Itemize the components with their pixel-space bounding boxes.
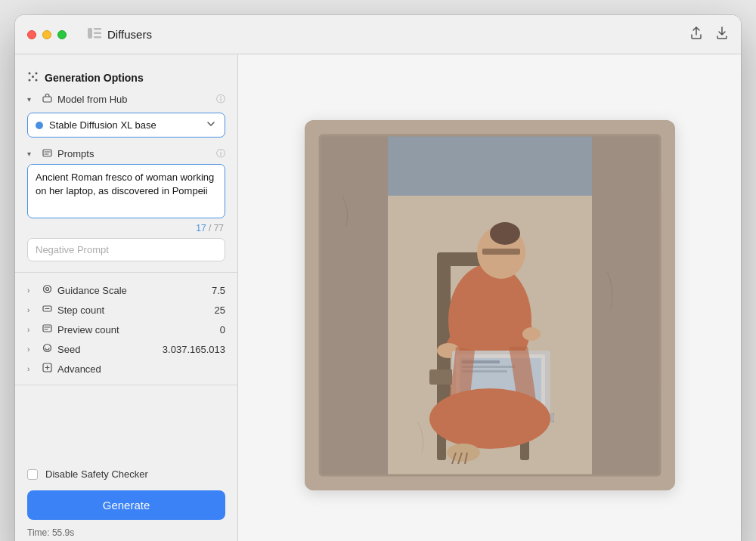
preview-count-value: 0: [220, 324, 225, 335]
prompts-info-icon[interactable]: ⓘ: [216, 147, 225, 160]
svg-point-8: [36, 79, 38, 82]
prompts-section-row[interactable]: ▾ Prompts ⓘ: [15, 144, 237, 164]
step-count-value: 25: [215, 305, 225, 316]
prompts-input-area: Ancient Roman fresco of woman working on…: [15, 164, 237, 261]
step-count-row[interactable]: › Step count 25: [15, 300, 237, 320]
model-chevron-icon: ▾: [27, 95, 36, 104]
generation-options-header: Generation Options: [15, 66, 237, 89]
preview-count-label: Preview count: [57, 324, 215, 335]
guidance-icon: [41, 284, 53, 296]
seed-icon: [41, 343, 53, 355]
time-label: Time: 55.9s: [15, 524, 237, 541]
char-max: / 77: [209, 223, 224, 233]
preview-icon: [41, 323, 53, 335]
generation-options-label: Generation Options: [45, 72, 144, 84]
seed-label: Seed: [57, 344, 158, 355]
main-content: [238, 54, 741, 541]
traffic-lights: [27, 30, 67, 39]
model-icon: [41, 94, 53, 106]
titlebar-actions: [689, 25, 729, 44]
sidebar-bottom: Disable Safety Checker Generate Time: 55…: [15, 462, 237, 541]
safety-checker-row: Disable Safety Checker: [15, 462, 237, 486]
svg-rect-3: [94, 36, 101, 39]
window-title: Diffusers: [107, 28, 152, 41]
prompt-textarea[interactable]: Ancient Roman fresco of woman working on…: [27, 164, 225, 218]
fresco-svg: [305, 120, 675, 490]
model-section-row[interactable]: ▾ Model from Hub ⓘ: [15, 89, 237, 110]
step-count-label: Step count: [57, 305, 210, 316]
preview-chevron-icon: ›: [27, 326, 36, 334]
seed-chevron-icon: ›: [27, 345, 36, 354]
svg-point-6: [36, 73, 38, 75]
guidance-scale-value: 7.5: [212, 285, 225, 296]
titlebar-center: Diffusers: [88, 28, 152, 42]
svg-rect-10: [43, 150, 51, 156]
svg-point-7: [29, 79, 31, 82]
prompts-icon: [41, 148, 53, 160]
step-chevron-icon: ›: [27, 306, 36, 314]
divider-2: [15, 385, 237, 385]
svg-rect-14: [43, 325, 51, 332]
model-info-icon[interactable]: ⓘ: [216, 93, 225, 106]
preview-count-row[interactable]: › Preview count 0: [15, 320, 237, 339]
svg-point-11: [43, 286, 51, 293]
model-selector[interactable]: Stable Diffusion XL base: [27, 113, 225, 138]
maximize-button[interactable]: [57, 30, 67, 39]
char-count: 17: [196, 223, 206, 233]
app-window: Diffusers: [15, 15, 741, 541]
seed-value: 3.037.165.013: [163, 344, 225, 355]
guidance-chevron-icon: ›: [27, 286, 36, 295]
negative-prompt-input[interactable]: [27, 238, 225, 261]
download-icon[interactable]: [715, 25, 729, 44]
svg-rect-9: [43, 97, 51, 102]
guidance-scale-row[interactable]: › Guidance Scale 7.5: [15, 280, 237, 300]
model-name-label: Stable Diffusion XL base: [49, 119, 199, 131]
advanced-chevron-icon: ›: [27, 365, 36, 373]
advanced-icon: [41, 363, 53, 375]
svg-point-5: [29, 73, 31, 75]
sidebar: Generation Options ▾ Model from Hub ⓘ St…: [15, 54, 238, 541]
content-area: Generation Options ▾ Model from Hub ⓘ St…: [15, 54, 741, 541]
advanced-label: Advanced: [57, 363, 225, 375]
generated-image: [305, 120, 675, 490]
advanced-row[interactable]: › Advanced: [15, 359, 237, 379]
model-dot: [36, 122, 43, 129]
svg-point-12: [45, 288, 48, 291]
svg-point-15: [43, 345, 51, 352]
divider-1: [15, 272, 237, 273]
close-button[interactable]: [27, 30, 36, 39]
minimize-button[interactable]: [42, 30, 51, 39]
titlebar: Diffusers: [15, 15, 741, 54]
svg-rect-2: [94, 32, 101, 34]
safety-checker-label: Disable Safety Checker: [45, 468, 148, 480]
guidance-scale-label: Guidance Scale: [57, 285, 207, 296]
generate-button[interactable]: Generate: [27, 490, 225, 520]
share-icon[interactable]: [689, 25, 703, 44]
svg-rect-1: [94, 28, 101, 30]
step-icon: [41, 304, 53, 316]
svg-rect-0: [88, 28, 92, 39]
prompt-counter: 17 / 77: [27, 223, 225, 233]
svg-point-4: [32, 76, 34, 78]
prompts-label: Prompts: [57, 148, 212, 159]
options-icon: [27, 71, 39, 85]
sidebar-toggle-icon[interactable]: [88, 28, 101, 42]
svg-rect-45: [305, 120, 675, 490]
model-section-label: Model from Hub: [57, 94, 212, 105]
seed-row[interactable]: › Seed 3.037.165.013: [15, 339, 237, 359]
prompts-chevron-icon: ▾: [27, 150, 36, 158]
safety-checker-checkbox[interactable]: [27, 469, 38, 480]
model-dropdown-icon: [205, 118, 217, 132]
